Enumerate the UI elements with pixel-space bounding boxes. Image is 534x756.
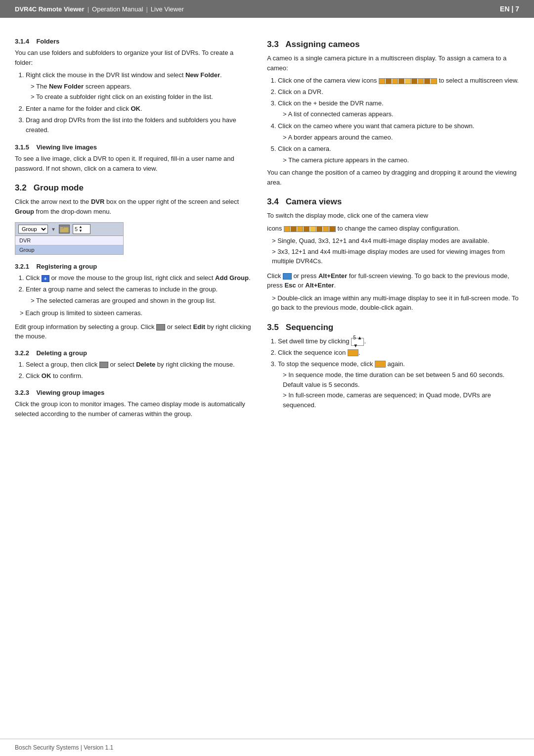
cam-cell bbox=[386, 79, 392, 84]
header-left: DVR4C Remote Viewer | Operation Manual |… bbox=[15, 5, 184, 13]
camera-view-icons-2 bbox=[284, 226, 336, 232]
fullscreen-icon bbox=[283, 273, 292, 280]
section-32: 3.2 Group mode Click the arrow next to t… bbox=[15, 183, 252, 255]
dvr-row: DVR bbox=[15, 236, 123, 245]
section-34-title: 3.4 Camera views bbox=[267, 197, 519, 207]
section-314-steps: Right click the mouse in the DVR list wi… bbox=[15, 70, 252, 136]
section-32-intro: Click the arrow next to the DVR box on t… bbox=[15, 197, 252, 216]
cam-cell bbox=[418, 79, 424, 84]
section-321-steps: Click + or move the mouse to the group l… bbox=[15, 273, 252, 305]
list-item: Double-click an image within any multi-i… bbox=[272, 293, 519, 313]
list-item: The New Folder screen appears. bbox=[31, 82, 252, 92]
spinner: 5 ▲▼ bbox=[73, 224, 90, 234]
delete-icon bbox=[99, 362, 108, 368]
section-321: 3.2.1 Registering a group Click + or mov… bbox=[15, 263, 252, 341]
svg-rect-1 bbox=[60, 227, 63, 229]
list-item: The selected cameras are grouped and sho… bbox=[31, 296, 252, 306]
camera-view-icons bbox=[379, 78, 437, 84]
list-item: Click on a camera. The camera picture ap… bbox=[278, 144, 519, 165]
list-item: In sequence mode, the time duration can … bbox=[283, 370, 519, 389]
section-321-title: 3.2.1 Registering a group bbox=[15, 263, 252, 270]
cam-cell bbox=[392, 79, 398, 84]
list-item: 3x3, 12+1 and 4x4 multi-image display mo… bbox=[272, 247, 519, 266]
section-323-body: Click the group icon to monitor images. … bbox=[15, 399, 252, 419]
section-34: 3.4 Camera views To switch the display m… bbox=[267, 197, 519, 313]
group-mode-screenshot: Group ▼ 5 ▲▼ DVR bbox=[15, 222, 124, 255]
cam-cell bbox=[431, 79, 437, 84]
cam-cell bbox=[329, 227, 335, 232]
section-322: 3.2.2 Deleting a group Select a group, t… bbox=[15, 349, 252, 381]
main-content: 3.1.4 Folders You can use folders and su… bbox=[0, 18, 534, 739]
cam-cell bbox=[424, 79, 430, 84]
cam-cell bbox=[323, 227, 329, 232]
list-item: To create a subfolder right click on an … bbox=[31, 92, 252, 102]
cam-cell bbox=[316, 227, 322, 232]
section-322-steps: Select a group, then click or select Del… bbox=[15, 360, 252, 381]
section-33-intro: A cameo is a single camera picture in a … bbox=[267, 53, 519, 73]
section-315: 3.1.5 Viewing live images To see a live … bbox=[15, 143, 252, 173]
section-321-edit: Edit group information by selecting a gr… bbox=[15, 322, 252, 341]
header-section: Live Viewer bbox=[151, 5, 184, 13]
group-row: Group bbox=[15, 245, 123, 254]
list-item: To stop the sequence mode, click again. … bbox=[278, 359, 519, 410]
add-group-icon: + bbox=[42, 275, 49, 282]
cam-cell bbox=[297, 227, 303, 232]
sequence-stop-icon bbox=[375, 361, 386, 368]
list-item: A list of connected cameras appears. bbox=[283, 109, 519, 119]
page-footer: Bosch Security Systems | Version 1.1 bbox=[0, 739, 534, 756]
folder-icon bbox=[59, 225, 70, 234]
list-item: Single, Quad, 3x3, 12+1 and 4x4 multi-im… bbox=[272, 236, 519, 246]
header-divider1: | bbox=[88, 5, 89, 13]
list-item: A border appears around the cameo. bbox=[283, 133, 519, 142]
list-item: Enter a name for the folder and click OK… bbox=[26, 104, 252, 114]
page: DVR4C Remote Viewer | Operation Manual |… bbox=[0, 0, 534, 756]
edit-icon bbox=[156, 324, 165, 331]
left-column: 3.1.4 Folders You can use folders and su… bbox=[15, 30, 252, 729]
cam-cell bbox=[284, 227, 290, 232]
list-item: Enter a group name and select the camera… bbox=[26, 284, 252, 305]
section-33-steps: Click one of the camera view icons bbox=[267, 76, 519, 165]
list-item: Click on a DVR. bbox=[278, 87, 519, 97]
cam-cell bbox=[291, 227, 297, 232]
section-322-title: 3.2.2 Deleting a group bbox=[15, 349, 252, 357]
list-item: Click on the cameo where you want that c… bbox=[278, 121, 519, 142]
list-item: Click on the + beside the DVR name. A li… bbox=[278, 98, 519, 119]
list-item: Click + or move the mouse to the group l… bbox=[26, 273, 252, 284]
list-item: The camera picture appears in the cameo. bbox=[283, 155, 519, 165]
section-33-title: 3.3 Assigning cameos bbox=[267, 40, 519, 49]
list-item: Right click the mouse in the DVR list wi… bbox=[26, 70, 252, 102]
sequence-icon bbox=[348, 349, 358, 356]
dwell-time-icon: 5 ▲▼ bbox=[351, 338, 364, 346]
section-315-title: 3.1.5 Viewing live images bbox=[15, 143, 252, 151]
section-32-title: 3.2 Group mode bbox=[15, 183, 252, 193]
right-column: 3.3 Assigning cameos A cameo is a single… bbox=[267, 30, 519, 729]
screenshot-toolbar: Group ▼ 5 ▲▼ bbox=[15, 223, 123, 236]
cam-cell bbox=[405, 79, 411, 84]
list-item: In full-screen mode, cameras are sequenc… bbox=[283, 390, 519, 410]
section-323: 3.2.3 Viewing group images Click the gro… bbox=[15, 389, 252, 419]
page-header: DVR4C Remote Viewer | Operation Manual |… bbox=[0, 0, 534, 18]
header-brand: DVR4C Remote Viewer bbox=[15, 5, 85, 13]
section-34-fullscreen: Click or press Alt+Enter for full-screen… bbox=[267, 271, 519, 290]
list-item: Drag and drop DVRs from the list into th… bbox=[26, 115, 252, 136]
cam-cell bbox=[411, 79, 417, 84]
section-35-steps: Set dwell time by clicking 5 ▲▼. Click t… bbox=[267, 336, 519, 410]
section-314-intro: You can use folders and subfolders to or… bbox=[15, 48, 252, 67]
list-item: Click the sequence icon . bbox=[278, 348, 519, 358]
footer-left: Bosch Security Systems | Version 1.1 bbox=[15, 744, 113, 751]
section-35: 3.5 Sequencing Set dwell time by clickin… bbox=[267, 323, 519, 410]
header-page-info: EN | 7 bbox=[500, 5, 519, 13]
list-item: Click one of the camera view icons bbox=[278, 76, 519, 86]
section-314: 3.1.4 Folders You can use folders and su… bbox=[15, 38, 252, 136]
section-33-outro: You can change the position of a cameo b… bbox=[267, 168, 519, 187]
section-323-title: 3.2.3 Viewing group images bbox=[15, 389, 252, 396]
group-dropdown[interactable]: Group bbox=[18, 225, 48, 234]
list-item: Each group is limited to sixteen cameras… bbox=[20, 308, 252, 318]
cam-cell bbox=[379, 79, 385, 84]
header-title: Operation Manual bbox=[92, 5, 143, 13]
section-33: 3.3 Assigning cameos A cameo is a single… bbox=[267, 40, 519, 187]
cam-cell bbox=[399, 79, 404, 84]
list-item: Set dwell time by clicking 5 ▲▼. bbox=[278, 336, 519, 347]
list-item: Click OK to confirm. bbox=[26, 371, 252, 381]
cam-cell bbox=[304, 227, 310, 232]
